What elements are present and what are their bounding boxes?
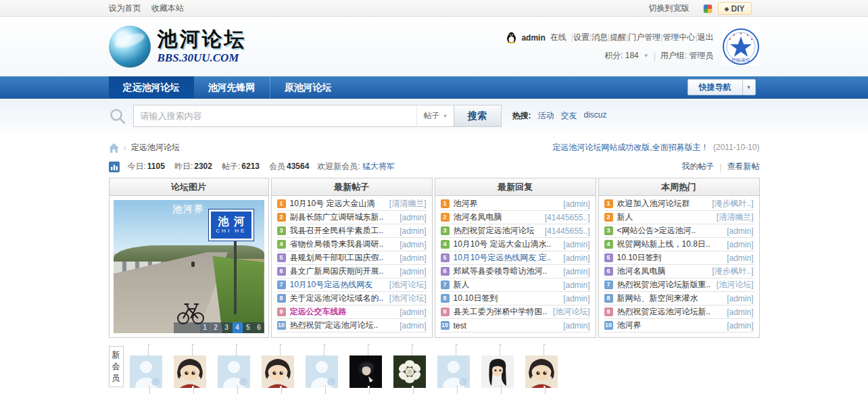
post-author-link[interactable]: [池河论坛] [389, 293, 427, 304]
site-logo[interactable]: 池河论坛 BBS.30UU.COM [109, 26, 247, 68]
post-author-link[interactable]: [池河论坛] [553, 306, 590, 318]
usergroup-link[interactable]: 用户组: 管理员 [660, 50, 714, 61]
post-author-link[interactable]: [清清幽兰] [717, 212, 754, 223]
post-title-link[interactable]: 热烈祝贺池河论坛新版重.. [617, 279, 714, 291]
post-title-link[interactable]: 郑斌等县委领导暗访池河.. [454, 266, 561, 277]
post-author-link[interactable]: [admin] [727, 294, 753, 303]
post-title-link[interactable]: 池河名凤电脑 [454, 212, 542, 223]
member-avatar[interactable] [393, 344, 433, 394]
post-author-link[interactable]: [admin] [400, 321, 426, 330]
post-title-link[interactable]: 新网站、新空间来灌水 [617, 293, 725, 304]
post-title-link[interactable]: 县关工委为张桥中学特困.. [454, 306, 550, 318]
diy-button[interactable]: ◆ DIY [718, 2, 752, 15]
post-title-link[interactable]: 池河界 [617, 320, 725, 331]
post-author-link[interactable]: [41445655..] [545, 213, 590, 222]
credits-caret-icon[interactable]: ▼ [644, 53, 649, 59]
new-member-link[interactable]: 猛大将军 [362, 162, 395, 171]
forum-photo[interactable]: 池河 CHI HE 池河界 123456 [114, 200, 264, 333]
member-avatar[interactable] [174, 344, 213, 394]
member-avatar[interactable] [262, 344, 301, 394]
quick-nav-button[interactable]: 快捷导航 [688, 79, 742, 95]
post-author-link[interactable]: [admin] [400, 226, 426, 236]
announcement-link[interactable]: 定远池河论坛网站成功改版,全面招募版主！ [552, 143, 708, 152]
post-author-link[interactable]: [admin] [400, 307, 426, 317]
post-title-link[interactable]: 新人 [617, 212, 714, 223]
bookmark-site-link[interactable]: 收藏本站 [151, 3, 184, 13]
post-title-link[interactable]: 10月10号定远热线网友 [290, 279, 387, 291]
post-author-link[interactable]: [池河论坛] [389, 279, 427, 291]
post-author-link[interactable]: [admin] [400, 253, 426, 263]
post-title-link[interactable]: 定远公交车线路 [290, 306, 397, 318]
post-author-link[interactable]: [admin] [563, 253, 589, 263]
photo-page-5[interactable]: 5 [243, 322, 254, 333]
post-author-link[interactable]: [admin] [563, 280, 589, 290]
post-title-link[interactable]: 10月10号 定远大金山滴水.. [454, 239, 561, 250]
post-author-link[interactable]: [池河论坛] [717, 279, 754, 291]
member-avatar[interactable] [525, 344, 564, 394]
member-avatar[interactable] [437, 344, 477, 394]
stats-link[interactable]: 我的帖子 [681, 161, 714, 172]
post-author-link[interactable]: [admin] [727, 321, 753, 330]
post-title-link[interactable]: 新人 [454, 279, 561, 291]
post-title-link[interactable]: 10月10号定远热线网友 定.. [454, 252, 561, 264]
post-title-link[interactable]: 县规划局干部职工国庆假.. [290, 252, 397, 264]
username[interactable]: admin [521, 33, 545, 43]
post-author-link[interactable]: [漫步枫叶..] [712, 266, 753, 277]
search-input[interactable] [134, 105, 416, 126]
post-author-link[interactable]: [admin] [400, 240, 426, 249]
post-author-link[interactable]: [admin] [563, 294, 589, 303]
post-title-link[interactable]: 池河名凤电脑 [617, 266, 710, 277]
user-menu-link[interactable]: 提醒 [610, 32, 626, 42]
member-avatar[interactable] [306, 344, 345, 394]
tab-定远池河论坛[interactable]: 定远池河论坛 [109, 76, 194, 99]
post-author-link[interactable]: [清清幽兰] [389, 198, 427, 210]
member-avatar[interactable] [481, 344, 521, 394]
post-title-link[interactable]: 副县长陈广立调研城东新.. [290, 212, 397, 223]
post-title-link[interactable]: <网站公告>定远池河.. [617, 225, 725, 237]
set-homepage-link[interactable]: 设为首页 [109, 3, 141, 13]
post-title-link[interactable]: 我县召开全民科学素质工.. [290, 225, 397, 237]
member-avatar[interactable] [218, 344, 257, 394]
post-title-link[interactable]: 池河界 [454, 198, 561, 210]
user-menu-link[interactable]: 管理中心 [662, 32, 695, 42]
hot-link[interactable]: 交友 [561, 110, 577, 122]
user-menu-link[interactable]: 设置 [573, 32, 589, 42]
tab-池河先锋网[interactable]: 池河先锋网 [194, 76, 270, 99]
member-avatar[interactable] [130, 344, 169, 394]
post-author-link[interactable]: [admin] [727, 240, 753, 249]
post-title-link[interactable]: 县文广新局国庆期间开展.. [290, 266, 397, 277]
photo-page-6[interactable]: 6 [254, 322, 264, 333]
switch-wide-link[interactable]: 切换到宽版 [649, 3, 690, 14]
post-title-link[interactable]: 10月10号 定远大金山滴 [290, 198, 387, 210]
post-author-link[interactable]: [admin] [563, 199, 589, 209]
post-author-link[interactable]: [admin] [727, 253, 753, 263]
photo-page-3[interactable]: 3 [222, 322, 232, 333]
post-author-link[interactable]: [admin] [563, 321, 589, 330]
post-author-link[interactable]: [admin] [727, 307, 753, 317]
post-title-link[interactable]: 10.10日签到 [617, 252, 725, 264]
post-author-link[interactable]: [admin] [400, 267, 426, 276]
post-author-link[interactable]: [41445655..] [545, 226, 590, 236]
tab-原池河论坛[interactable]: 原池河论坛 [270, 76, 346, 99]
post-title-link[interactable]: 关于定远池河论坛域名的.. [290, 293, 387, 304]
stats-link[interactable]: 查看新帖 [727, 161, 760, 172]
quick-nav-dropdown-icon[interactable]: ▾ [742, 79, 756, 95]
post-title-link[interactable]: 欢迎加入池河论坛群 [617, 198, 710, 210]
user-menu-link[interactable]: 门户管理 [628, 32, 660, 42]
post-author-link[interactable]: [admin] [400, 213, 426, 222]
post-title-link[interactable]: 热烈祝贺“定远池河论坛.. [290, 320, 397, 331]
post-author-link[interactable]: [admin] [563, 240, 589, 249]
post-title-link[interactable]: test [454, 321, 561, 330]
user-menu-link[interactable]: 退出 [698, 32, 714, 42]
credits-link[interactable]: 积分: 184 [604, 50, 639, 61]
hot-link[interactable]: discuz [584, 110, 607, 122]
post-author-link[interactable]: [admin] [727, 226, 753, 236]
post-title-link[interactable]: 热烈祝贺定远池河论坛新.. [617, 306, 725, 318]
post-title-link[interactable]: 省物价局领导来我县调研.. [290, 239, 397, 250]
search-scope-select[interactable]: 帖子 ▾ [416, 105, 454, 126]
search-button[interactable]: 搜索 [454, 105, 501, 126]
photo-page-2[interactable]: 2 [211, 322, 221, 333]
photo-page-4[interactable]: 4 [233, 322, 243, 333]
photo-page-1[interactable]: 1 [200, 322, 210, 333]
user-menu-link[interactable]: 消息 [592, 32, 608, 42]
